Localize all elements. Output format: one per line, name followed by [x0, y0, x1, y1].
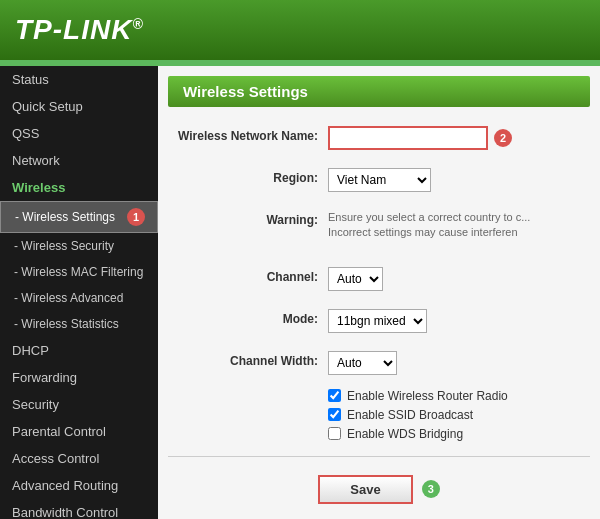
sidebar-item-wireless-stats[interactable]: - Wireless Statistics — [0, 311, 158, 337]
sidebar-item-routing[interactable]: Advanced Routing — [0, 472, 158, 499]
save-button[interactable]: Save — [318, 475, 412, 504]
save-row: Save 3 — [158, 467, 600, 512]
badge-1: 1 — [127, 208, 145, 226]
sidebar-item-wireless-security[interactable]: - Wireless Security — [0, 233, 158, 259]
sidebar-item-wireless-mac[interactable]: - Wireless MAC Filtering — [0, 259, 158, 285]
region-value: Viet Nam United States China Europe — [328, 168, 590, 192]
region-row: Region: Viet Nam United States China Eur… — [168, 164, 590, 196]
channel-value: Auto 123 456 — [328, 267, 590, 291]
content-area: Wireless Settings Wireless Network Name:… — [158, 66, 600, 519]
logo-reg: ® — [132, 16, 143, 32]
mode-row: Mode: 11bgn mixed 11b only 11g only 11n … — [168, 305, 590, 337]
header: TP-LINK® — [0, 0, 600, 60]
checkbox-enable-radio-label: Enable Wireless Router Radio — [347, 389, 508, 403]
logo-text: TP-LINK — [15, 14, 132, 45]
mode-label: Mode: — [168, 309, 328, 326]
checkbox-enable-wds-label: Enable WDS Bridging — [347, 427, 463, 441]
sidebar-item-wireless[interactable]: Wireless — [0, 174, 158, 201]
badge-3: 3 — [422, 480, 440, 498]
channel-label: Channel: — [168, 267, 328, 284]
checkbox-row-ssid: Enable SSID Broadcast — [328, 408, 600, 422]
logo: TP-LINK® — [15, 14, 144, 46]
mode-select[interactable]: 11bgn mixed 11b only 11g only 11n only — [328, 309, 427, 333]
checkbox-enable-ssid[interactable] — [328, 408, 341, 421]
sidebar-item-security[interactable]: Security — [0, 391, 158, 418]
sidebar-item-wireless-settings[interactable]: - Wireless Settings 1 — [0, 201, 158, 233]
sidebar-item-wireless-advanced[interactable]: - Wireless Advanced — [0, 285, 158, 311]
channel-row: Channel: Auto 123 456 — [168, 263, 590, 295]
channel-select[interactable]: Auto 123 456 — [328, 267, 383, 291]
content-title: Wireless Settings — [168, 76, 590, 107]
main-layout: Status Quick Setup QSS Network Wireless … — [0, 66, 600, 519]
form-table: Wireless Network Name: 2 Region: Viet Na… — [158, 122, 600, 379]
channel-width-select[interactable]: Auto 20MHz 40MHz — [328, 351, 397, 375]
channel-width-row: Channel Width: Auto 20MHz 40MHz — [168, 347, 590, 379]
sidebar-item-access[interactable]: Access Control — [0, 445, 158, 472]
sidebar-item-forwarding[interactable]: Forwarding — [0, 364, 158, 391]
checkbox-enable-wds[interactable] — [328, 427, 341, 440]
sidebar-item-status[interactable]: Status — [0, 66, 158, 93]
warning-row: Warning: Ensure you select a correct cou… — [168, 206, 590, 245]
sidebar-item-qss[interactable]: QSS — [0, 120, 158, 147]
badge-2: 2 — [494, 129, 512, 147]
mode-value: 11bgn mixed 11b only 11g only 11n only — [328, 309, 590, 333]
checkbox-row-radio: Enable Wireless Router Radio — [328, 389, 600, 403]
region-select[interactable]: Viet Nam United States China Europe — [328, 168, 431, 192]
warning-text: Ensure you select a correct country to c… — [328, 210, 548, 241]
network-name-input[interactable] — [328, 126, 488, 150]
warning-value: Ensure you select a correct country to c… — [328, 210, 590, 241]
checkboxes-section: Enable Wireless Router Radio Enable SSID… — [318, 389, 600, 441]
checkbox-row-wds: Enable WDS Bridging — [328, 427, 600, 441]
sidebar-item-quicksetup[interactable]: Quick Setup — [0, 93, 158, 120]
region-label: Region: — [168, 168, 328, 185]
sidebar-item-parental[interactable]: Parental Control — [0, 418, 158, 445]
network-name-row: Wireless Network Name: 2 — [168, 122, 590, 154]
warning-label: Warning: — [168, 210, 328, 227]
sidebar-item-dhcp[interactable]: DHCP — [0, 337, 158, 364]
save-with-badge: Save 3 — [318, 475, 439, 504]
sidebar-item-bandwidth[interactable]: Bandwidth Control — [0, 499, 158, 519]
network-name-label: Wireless Network Name: — [168, 126, 328, 143]
sidebar: Status Quick Setup QSS Network Wireless … — [0, 66, 158, 519]
divider — [168, 456, 590, 457]
checkbox-enable-radio[interactable] — [328, 389, 341, 402]
network-name-value: 2 — [328, 126, 590, 150]
checkbox-enable-ssid-label: Enable SSID Broadcast — [347, 408, 473, 422]
channel-width-value: Auto 20MHz 40MHz — [328, 351, 590, 375]
sidebar-item-network[interactable]: Network — [0, 147, 158, 174]
channel-width-label: Channel Width: — [168, 351, 328, 368]
